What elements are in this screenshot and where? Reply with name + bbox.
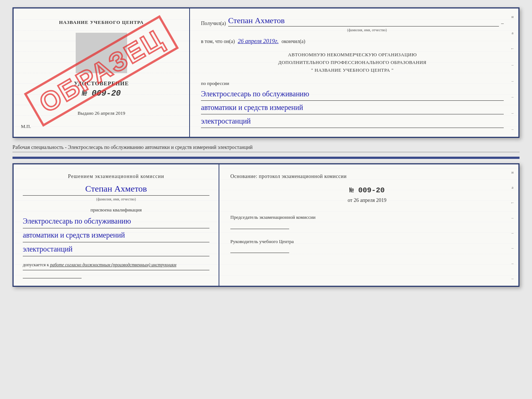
director-label: Руководитель учебного Центра xyxy=(230,238,504,245)
vtom-prefix: в том, что он(а) xyxy=(201,39,235,44)
issued-line: Выдано 26 апреля 2019 xyxy=(78,110,125,116)
recipient-name: Степан Ахметов xyxy=(228,16,499,26)
fio-subtext: (фамилия, имя, отчество) xyxy=(230,28,504,32)
org-block: АВТОНОМНУЮ НЕКОММЕРЧЕСКУЮ ОРГАНИЗАЦИЮ ДО… xyxy=(201,51,504,74)
chairman-block: Председатель экзаменационной комиссии xyxy=(230,214,504,229)
допуск-line: допускается к работе согласно должностны… xyxy=(23,262,209,270)
bottom-left-sig-line xyxy=(23,272,82,278)
mp-label: М.П. xyxy=(21,124,31,129)
dash-after-name: – xyxy=(501,21,504,26)
osnov-title: Основание: протокол экзаменационной коми… xyxy=(230,174,504,179)
qualification-label: присвоена квалификация xyxy=(23,207,209,213)
received-prefix: Получил(а) xyxy=(201,21,226,26)
qual-line1: Электрослесарь по обслуживанию xyxy=(23,216,209,228)
bottom-right-edge-decor: и а ← – – – – – xyxy=(509,164,516,286)
vtom-line: в том, что он(а) 26 апреля 2019г. окончи… xyxy=(201,38,504,44)
top-document: НАЗВАНИЕ УЧЕБНОГО ЦЕНТРА УДОСТОВЕРЕНИЕ №… xyxy=(12,7,520,138)
profession-label: по профессии xyxy=(201,81,504,86)
received-line: Получил(а) Степан Ахметов – xyxy=(201,16,504,26)
commission-title: Решением экзаменационной комиссии xyxy=(23,174,209,179)
commission-person-name: Степан Ахметов xyxy=(23,184,209,196)
right-edge-decor: и а ← – – – – – xyxy=(509,8,516,137)
director-block: Руководитель учебного Центра xyxy=(230,238,504,253)
profession-line2: автоматики и средств измерений xyxy=(201,102,504,114)
issued-date: 26 апреля 2019 xyxy=(95,110,125,116)
org-line2: ДОПОЛНИТЕЛЬНОГО ПРОФЕССИОНАЛЬНОГО ОБРАЗО… xyxy=(201,59,504,67)
vtom-date: 26 апреля 2019г. xyxy=(238,38,278,44)
commission-fio-subtext: (фамилия, имя, отчество) xyxy=(23,197,209,201)
org-line1: АВТОНОМНУЮ НЕКОММЕРЧЕСКУЮ ОРГАНИЗАЦИЮ xyxy=(201,51,504,59)
protocol-date-prefix: от xyxy=(348,197,352,203)
допуск-text: работе согласно должностным (производств… xyxy=(50,262,176,267)
specialty-text: Рабочая специальность - Электрослесарь п… xyxy=(12,142,520,152)
chairman-sig-line xyxy=(230,222,289,229)
photo-placeholder xyxy=(76,33,127,73)
chairman-label: Председатель экзаменационной комиссии xyxy=(230,214,504,221)
org-line3: " НАЗВАНИЕ УЧЕБНОГО ЦЕНТРА " xyxy=(201,67,504,74)
top-doc-right: Получил(а) Степан Ахметов – (фамилия, им… xyxy=(190,8,518,137)
profession-line1: Электрослесарь по обслуживанию xyxy=(201,89,504,101)
protocol-date-value: 26 апреля 2019 xyxy=(354,197,387,203)
profession-line3: электростанций xyxy=(201,116,504,128)
cert-title: УДОСТОВЕРЕНИЕ xyxy=(74,81,129,87)
separator-bar xyxy=(12,157,520,159)
qual-line2: автоматики и средств измерений xyxy=(23,230,209,242)
issued-label: Выдано xyxy=(78,110,93,116)
vtom-suffix: окончил(а) xyxy=(281,39,305,44)
top-doc-left: НАЗВАНИЕ УЧЕБНОГО ЦЕНТРА УДОСТОВЕРЕНИЕ №… xyxy=(14,8,190,137)
director-sig-line xyxy=(230,246,289,253)
bottom-document: Решением экзаменационной комиссии Степан… xyxy=(12,163,520,287)
qual-line3: электростанций xyxy=(23,244,209,256)
bottom-doc-right: Основание: протокол экзаменационной коми… xyxy=(219,164,518,286)
training-center-label: НАЗВАНИЕ УЧЕБНОГО ЦЕНТРА xyxy=(59,19,144,25)
cert-number: № 009-20 xyxy=(82,89,121,98)
protocol-number: № 009-20 xyxy=(230,186,504,195)
protocol-date: от 26 апреля 2019 xyxy=(230,197,504,203)
bottom-doc-left: Решением экзаменационной комиссии Степан… xyxy=(14,164,219,286)
допуск-prefix: допускается к xyxy=(23,262,49,267)
